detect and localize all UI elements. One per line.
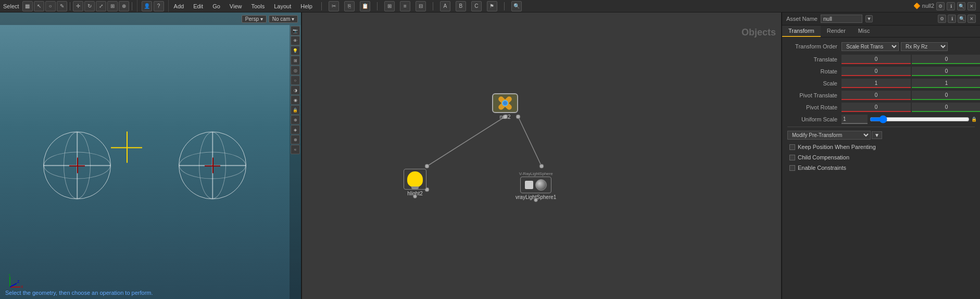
menu-add[interactable]: Add — [172, 2, 186, 10]
menu-layout[interactable]: Layout — [272, 2, 293, 10]
ne-icon-tile[interactable]: ⊟ — [416, 1, 426, 11]
toolbar-icon-snap[interactable]: ⊞ — [107, 1, 118, 11]
panel-icon-settings[interactable]: ⚙ — [936, 2, 945, 10]
ne-icon-grid2[interactable]: ⊞ — [384, 1, 395, 11]
panel-icon-info[interactable]: ℹ — [947, 2, 955, 10]
translate-row: Translate 🔒 — [784, 54, 978, 65]
asset-name-arrow[interactable]: ▼ — [865, 15, 873, 22]
sphere-left — [43, 132, 111, 200]
vt-icon-grid[interactable]: ⊞ — [291, 56, 300, 65]
vt-icon-handles[interactable]: ⊗ — [291, 135, 300, 144]
toolbar-icon-rotate[interactable]: ↻ — [84, 1, 95, 11]
vt-icon-light[interactable]: 💡 — [291, 46, 300, 55]
panel-gear-icon[interactable]: ⚙ — [938, 15, 946, 23]
pivot-translate-y[interactable] — [912, 91, 980, 100]
uniform-scale-lock-icon[interactable]: 🔒 — [970, 115, 978, 123]
toolbar-icon-people[interactable]: 👤 — [142, 1, 152, 11]
menu-tools[interactable]: Tools — [249, 2, 267, 10]
cam-button[interactable]: No cam ▾ — [269, 15, 298, 23]
toolbar-icon-select[interactable]: ↖ — [34, 1, 44, 11]
panel-info-icon[interactable]: ℹ — [948, 15, 956, 23]
ne-icon-c[interactable]: C — [471, 1, 482, 11]
hlight2-node-icon — [404, 169, 426, 190]
vt-icon-camera[interactable]: 📷 — [291, 26, 300, 35]
menu-view[interactable]: View — [228, 2, 244, 10]
toolbar-icon-paint[interactable]: ✎ — [57, 1, 67, 11]
ne-icon-flag[interactable]: ⚑ — [487, 1, 497, 11]
ne-icon-cut[interactable]: ✂ — [329, 1, 339, 11]
pivot-rotate-x[interactable] — [841, 103, 911, 112]
vt-icon-res[interactable]: ≈ — [291, 145, 300, 154]
vray-sublabel: V-RayLightSphere — [519, 171, 553, 176]
uniform-scale-label: Uniform Scale — [784, 116, 841, 122]
panel-close-icon[interactable]: ✕ — [968, 15, 976, 23]
null-center-dot — [502, 100, 508, 106]
asset-name-icons: ⚙ ℹ 🔍 ✕ — [938, 15, 976, 23]
panel-search-icon[interactable]: 🔍 — [958, 15, 966, 23]
keep-position-checkbox[interactable] — [789, 144, 795, 150]
toolbar-icon-lasso[interactable]: ○ — [45, 1, 56, 11]
ne-icon-a[interactable]: A — [440, 1, 450, 11]
node-null2[interactable]: null2 — [492, 93, 518, 120]
vt-icon-obj[interactable]: ◎ — [291, 66, 300, 75]
child-compensation-checkbox[interactable] — [789, 155, 795, 160]
vray-icon-box — [525, 181, 533, 189]
toolbar-icon-grid[interactable]: ▦ — [22, 1, 33, 11]
vt-icon-wire[interactable]: ○ — [291, 76, 300, 85]
toolbar-icon-move[interactable]: ✛ — [73, 1, 83, 11]
toolbar-icon-scale[interactable]: ⤢ — [96, 1, 106, 11]
tab-misc[interactable]: Misc — [852, 26, 876, 37]
keep-position-label: Keep Position When Parenting — [798, 144, 876, 150]
toolbar-icon-magnet[interactable]: ⊕ — [119, 1, 129, 11]
modify-pre-transform-dropdown[interactable]: Modify Pre-Transform — [787, 131, 871, 140]
menu-help[interactable]: Help — [298, 2, 315, 10]
keep-position-row: Keep Position When Parenting — [784, 142, 978, 152]
pivot-rotate-y[interactable] — [912, 103, 980, 112]
pivot-rotate-label: Pivot Rotate — [784, 104, 841, 110]
translate-y[interactable] — [912, 55, 980, 64]
ne-icon-paste[interactable]: 📋 — [360, 1, 370, 11]
ne-icon-copy[interactable]: ⎘ — [344, 1, 355, 11]
yellow-cross-center — [127, 147, 163, 184]
transform-order-dropdown[interactable]: Scale Rot Trans — [841, 42, 899, 51]
vt-icon-mat[interactable]: ◉ — [291, 95, 300, 105]
vt-icon-lock[interactable]: 🔒 — [291, 105, 300, 115]
node-null2-label: null2 — [499, 114, 510, 120]
menu-edit[interactable]: Edit — [191, 2, 205, 10]
scale-x[interactable] — [841, 79, 911, 88]
panel-icon-close[interactable]: ✕ — [968, 2, 976, 10]
rotate-row: Rotate 🔒 — [784, 66, 978, 77]
vt-icon-shd[interactable]: ◑ — [291, 85, 300, 95]
scale-y[interactable] — [912, 79, 980, 88]
rotate-y[interactable] — [912, 67, 980, 76]
tab-render[interactable]: Render — [821, 26, 852, 37]
ne-icon-b[interactable]: B — [456, 1, 466, 11]
mpt-arrow-icon[interactable]: ▼ — [872, 131, 882, 139]
transform-content: Transform Order Scale Rot Trans Rx Ry Rz… — [782, 38, 980, 299]
svg-point-10 — [425, 164, 429, 168]
asset-name-input[interactable] — [821, 15, 862, 23]
ne-icon-zoom[interactable]: 🔍 — [511, 1, 522, 11]
tab-transform[interactable]: Transform — [782, 26, 821, 37]
menu-go[interactable]: Go — [210, 2, 222, 10]
rotate-x[interactable] — [841, 67, 911, 76]
translate-x[interactable] — [841, 55, 911, 64]
vt-icon-snap[interactable]: ⊕ — [291, 115, 300, 124]
uniform-scale-value[interactable] — [841, 115, 868, 124]
persp-button[interactable]: Persp ▾ — [242, 15, 267, 23]
node-vray[interactable]: V-RayLightSphere vrayLightSphere1 — [516, 171, 556, 200]
uniform-scale-slider[interactable] — [870, 116, 970, 123]
right-panel-header-icons: 🔶 null2 ⚙ ℹ 🔍 ✕ — [909, 2, 980, 10]
toolbar-icon-help[interactable]: ? — [154, 1, 164, 11]
vray-node-icon-wrap — [520, 177, 551, 193]
transform-order-dropdown2[interactable]: Rx Ry Rz — [901, 42, 948, 51]
enable-constraints-checkbox[interactable] — [789, 165, 795, 171]
vt-icon-eye[interactable]: 👁 — [291, 36, 300, 45]
node-hlight2[interactable]: hlight2 — [404, 169, 426, 196]
toolbar-sep-ne2 — [377, 2, 378, 10]
viewport-right-toolbar: 📷 👁 💡 ⊞ ◎ ○ ◑ ◉ 🔒 ⊕ ◈ ⊗ ≈ — [290, 25, 301, 299]
ne-icon-list[interactable]: ≡ — [400, 1, 410, 11]
panel-icon-search[interactable]: 🔍 — [957, 2, 965, 10]
pivot-translate-x[interactable] — [841, 91, 911, 100]
vt-icon-ghost[interactable]: ◈ — [291, 125, 300, 134]
